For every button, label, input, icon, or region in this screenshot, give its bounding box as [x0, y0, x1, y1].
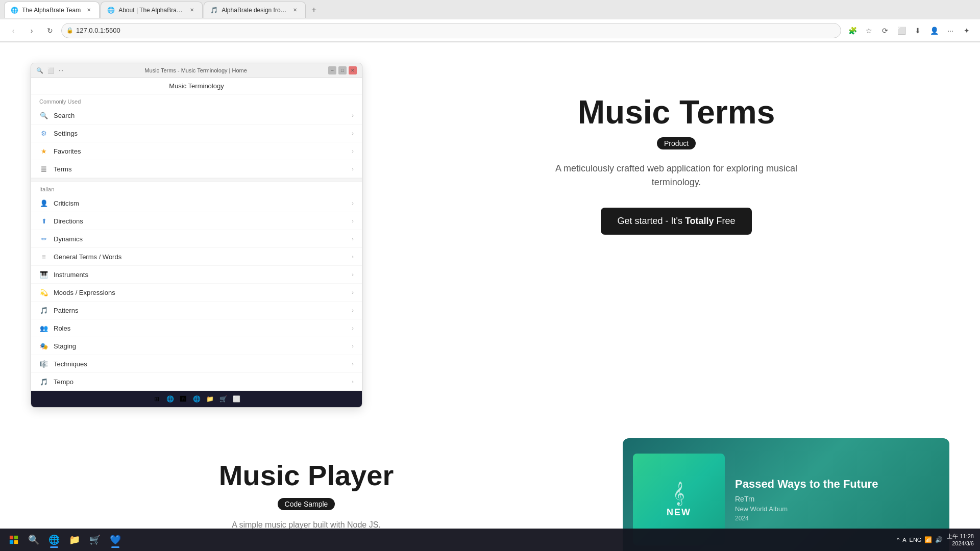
- tab-3-close[interactable]: ✕: [291, 6, 299, 14]
- product-info-section: Music Terms Product A meticulously craft…: [403, 63, 949, 265]
- svg-rect-3: [14, 540, 18, 544]
- tab-2[interactable]: 🌐 About | The AlphaBrate Team ✕: [101, 2, 203, 18]
- menu-item-search[interactable]: 🔍 Search ›: [31, 107, 362, 124]
- reload-button[interactable]: ↻: [43, 23, 57, 38]
- chevron-icon[interactable]: ^: [897, 537, 899, 543]
- menu-item-staging[interactable]: 🎭 Staging ›: [31, 337, 362, 355]
- menu-item-tempo[interactable]: 🎵 Tempo ›: [31, 373, 362, 391]
- player-artist: ReTrn: [735, 495, 939, 503]
- forward-button[interactable]: ›: [24, 23, 39, 38]
- section-divider: [31, 178, 362, 182]
- maximize-button[interactable]: □: [338, 66, 347, 74]
- ime-icon[interactable]: A: [902, 537, 906, 543]
- taskbar-system-icons: ^ A ENG 📶 🔊: [897, 536, 943, 543]
- music-player-title: Music Player: [219, 459, 394, 492]
- taskbar-app-edge[interactable]: 🌐: [45, 531, 63, 549]
- svg-rect-2: [10, 540, 13, 544]
- moods-icon: 💫: [39, 288, 48, 297]
- extensions-button[interactable]: 🧩: [845, 23, 860, 38]
- tab-2-close[interactable]: ✕: [188, 6, 196, 14]
- staging-chevron: ›: [352, 343, 354, 349]
- menu-item-dynamics[interactable]: ✏ Dynamics ›: [31, 230, 362, 248]
- tab-3-favicon: 🎵: [210, 7, 217, 14]
- volume-icon[interactable]: 🔊: [935, 536, 943, 543]
- menu-item-settings[interactable]: ⚙ Settings ›: [31, 124, 362, 142]
- staging-label: Staging: [54, 342, 347, 350]
- taskbar-app-folder[interactable]: 📁: [65, 531, 84, 549]
- menu-item-patterns[interactable]: 🎵 Patterns ›: [31, 302, 362, 319]
- taskbar-app-vscode[interactable]: 💙: [106, 531, 125, 549]
- refresh-button[interactable]: ⟳: [878, 23, 892, 38]
- menu-item-techniques[interactable]: 🎼 Techniques ›: [31, 355, 362, 373]
- menu-button[interactable]: ···: [943, 23, 958, 38]
- product-description: A meticulously crafted web application f…: [549, 162, 804, 189]
- tab-1-close[interactable]: ✕: [85, 6, 93, 14]
- criticism-chevron: ›: [352, 200, 354, 206]
- cta-text-before: Get started - It's: [617, 216, 684, 226]
- tab-1[interactable]: 🌐 The AlphaBrate Team ✕: [4, 2, 100, 18]
- tempo-chevron: ›: [352, 379, 354, 385]
- taskbar-icon-4: 🌐: [191, 394, 202, 404]
- new-tab-button[interactable]: ＋: [307, 3, 321, 17]
- moods-label: Moods / Expressions: [54, 289, 347, 296]
- more-icon[interactable]: ···: [59, 67, 63, 73]
- dynamics-chevron: ›: [352, 236, 354, 242]
- player-song-title: Passed Ways to the Future: [735, 478, 939, 491]
- taskbar-time-text: 上午 11:28: [947, 533, 974, 540]
- toolbar-actions: 🧩 ☆ ⟳ ⬜ ⬇ 👤 ··· ✦: [845, 23, 974, 38]
- patterns-chevron: ›: [352, 307, 354, 313]
- taskbar-icon-3: 🅰: [178, 394, 188, 404]
- taskbar-date-text: 2024/3/6: [947, 540, 974, 547]
- menu-item-favorites[interactable]: ★ Favorites ›: [31, 142, 362, 160]
- taskbar-clock[interactable]: 上午 11:28 2024/3/6: [947, 533, 974, 547]
- tempo-icon: 🎵: [39, 377, 48, 386]
- lang-icon: ENG: [910, 537, 922, 543]
- wifi-icon[interactable]: 📶: [924, 536, 932, 543]
- copilot-button[interactable]: ✦: [960, 23, 974, 38]
- player-year: 2024: [735, 515, 939, 522]
- address-input[interactable]: [61, 23, 841, 38]
- app-body: Commonly Used 🔍 Search › ⚙ Settings › ★ …: [31, 94, 362, 391]
- close-button[interactable]: ✕: [349, 66, 357, 74]
- italian-header: Italian: [31, 182, 362, 194]
- download-button[interactable]: ⬇: [911, 23, 925, 38]
- menu-item-criticism[interactable]: 👤 Criticism ›: [31, 194, 362, 212]
- back-button[interactable]: ‹: [6, 23, 20, 38]
- taskbar-app-store[interactable]: 🛒: [86, 531, 104, 549]
- taskbar-app-search[interactable]: 🔍: [24, 531, 43, 549]
- menu-item-instruments[interactable]: 🎹 Instruments ›: [31, 266, 362, 284]
- product-badge: Product: [657, 137, 696, 149]
- profile-button[interactable]: 👤: [927, 23, 941, 38]
- favorites-button[interactable]: ☆: [862, 23, 876, 38]
- zoom-icon[interactable]: 🔍: [36, 67, 43, 74]
- staging-icon: 🎭: [39, 341, 48, 350]
- menu-item-moods[interactable]: 💫 Moods / Expressions ›: [31, 284, 362, 302]
- tab-2-favicon: 🌐: [107, 7, 114, 14]
- tab-1-title: The AlphaBrate Team: [22, 7, 81, 14]
- cta-button[interactable]: Get started - It's Totally Free: [601, 208, 751, 235]
- page-content: 🔍 ⬜ ··· Music Terms - Music Terminology …: [0, 42, 980, 551]
- taskbar-apps: 🔍 🌐 📁 🛒 💙: [24, 531, 894, 549]
- directions-icon: ⬆: [39, 216, 48, 226]
- settings-chevron: ›: [352, 130, 354, 136]
- settings-label: Settings: [54, 130, 347, 137]
- taskbar-right: ^ A ENG 📶 🔊 上午 11:28 2024/3/6: [897, 533, 974, 547]
- menu-item-terms[interactable]: ☰ Terms ›: [31, 160, 362, 178]
- taskbar-icon-7: ⬜: [231, 394, 241, 404]
- window-app-toolbar: Music Terminology: [31, 78, 362, 94]
- window-titlebar: 🔍 ⬜ ··· Music Terms - Music Terminology …: [31, 63, 362, 78]
- menu-item-general[interactable]: ≡ General Terms / Words ›: [31, 248, 362, 266]
- menu-item-directions[interactable]: ⬆ Directions ›: [31, 212, 362, 230]
- share-icon[interactable]: ⬜: [47, 67, 55, 74]
- minimize-button[interactable]: –: [328, 66, 336, 74]
- window-title-text: Music Terms - Music Terminology | Home: [63, 67, 328, 73]
- toolbar: ‹ › ↻ 🔒 🧩 ☆ ⟳ ⬜ ⬇ 👤 ··· ✦: [0, 19, 980, 42]
- windows-start-button[interactable]: [6, 532, 21, 547]
- tab-3[interactable]: 🎵 AlphaBrate design from ReTrn - ✕: [204, 2, 306, 18]
- menu-item-roles[interactable]: 👥 Roles ›: [31, 319, 362, 337]
- lock-icon: 🔒: [66, 27, 74, 34]
- album-art-new: NEW: [667, 507, 691, 518]
- player-info: Passed Ways to the Future ReTrn New Worl…: [735, 478, 939, 522]
- instruments-chevron: ›: [352, 271, 354, 278]
- split-button[interactable]: ⬜: [894, 23, 909, 38]
